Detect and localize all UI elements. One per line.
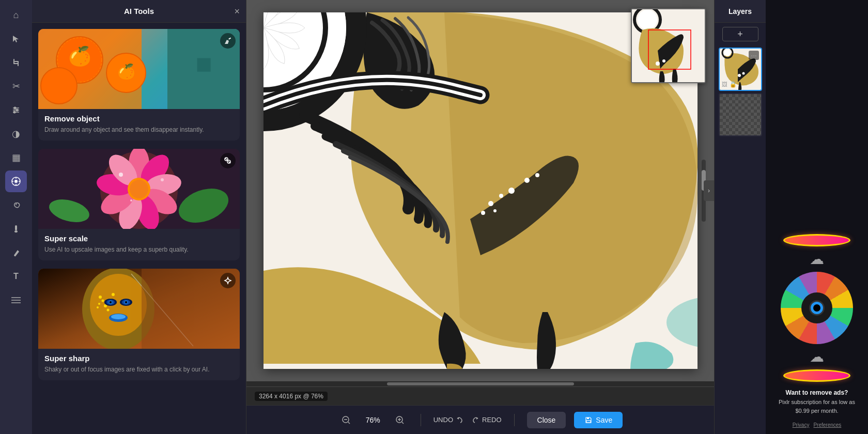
bottom-toolbar: 76% UNDO REDO Close [246, 405, 714, 434]
privacy-link[interactable]: Privacy [793, 422, 810, 428]
svg-point-59 [102, 300, 104, 302]
zoom-out-button[interactable] [338, 412, 354, 428]
svg-point-75 [111, 314, 126, 319]
layer-options-button[interactable]: ··· [749, 51, 759, 60]
ai-tool-super-sharp[interactable]: Super sharp Shaky or out of focus images… [38, 269, 240, 380]
super-sharp-desc: Shaky or out of focus images are fixed w… [44, 365, 234, 374]
canvas-status-bar: 3264 x 4016 px @ 76% [246, 386, 714, 405]
svg-point-112 [742, 72, 745, 75]
preferences-link[interactable]: Preferences [813, 422, 841, 428]
ai-tools-close-button[interactable]: × [234, 7, 240, 16]
super-sharp-info: Super sharp Shaky or out of focus images… [38, 349, 240, 380]
cloud-top: ☁ [810, 251, 824, 268]
redo-button[interactable]: REDO [472, 416, 502, 424]
tool-ai[interactable] [5, 171, 27, 192]
svg-rect-32 [228, 38, 231, 40]
ring-oval-bottom [783, 369, 850, 382]
ai-tool-remove-object[interactable]: 🍊 🍊 ◼ Remove o [38, 29, 240, 141]
ai-tools-content: 🍊 🍊 ◼ Remove o [32, 23, 246, 434]
svg-point-46 [130, 180, 148, 198]
svg-point-114 [724, 49, 731, 56]
tool-adjust[interactable] [5, 99, 27, 121]
ring-oval-top [783, 234, 850, 246]
svg-line-107 [402, 422, 404, 424]
svg-point-65 [112, 293, 115, 296]
svg-rect-108 [587, 417, 589, 419]
collapse-panel-button[interactable]: › [704, 180, 714, 201]
layers-header: Layers [715, 0, 766, 23]
svg-point-92 [481, 211, 485, 215]
ai-tools-header: AI Tools × [32, 0, 246, 23]
ad-text-block: Want to remove ads? Pixlr subscription f… [772, 386, 862, 418]
horizontal-scrollbar[interactable] [246, 381, 714, 386]
svg-point-29 [41, 68, 77, 104]
tool-spiral[interactable] [5, 194, 27, 216]
ad-panel: ☁ ☁ Want to remove ads? Pixlr subscripti… [766, 0, 868, 434]
svg-rect-3 [14, 61, 19, 62]
undo-label: UNDO [433, 416, 453, 424]
remove-object-name: Remove object [44, 114, 234, 123]
ad-ring-bottom [772, 369, 862, 382]
svg-point-57 [90, 274, 147, 336]
svg-point-111 [738, 74, 741, 77]
undo-button[interactable]: UNDO [433, 416, 463, 424]
svg-point-97 [638, 10, 657, 29]
horizontal-scrollbar-thumb[interactable] [387, 382, 574, 385]
layer-icons-bar: 🖼 🔒 [722, 81, 737, 88]
tool-brush[interactable] [5, 218, 27, 240]
ai-tools-panel: AI Tools × 🍊 [32, 0, 246, 434]
spinning-wheel [781, 272, 853, 344]
thumbnail-overlay [631, 8, 706, 83]
tool-crop[interactable] [5, 52, 27, 73]
zoom-in-button[interactable] [392, 412, 408, 428]
canvas-dimensions: 3264 x 4016 px @ 76% [255, 392, 328, 401]
add-layer-button[interactable]: + [722, 27, 758, 41]
cloud-bottom: ☁ [810, 348, 824, 365]
svg-text:◼: ◼ [195, 52, 212, 74]
tool-home[interactable]: ⌂ [5, 4, 27, 26]
ad-links: Privacy Preferences [793, 422, 842, 428]
svg-point-9 [13, 111, 16, 114]
super-scale-desc: Use AI to upscale images and keep a supe… [44, 245, 234, 254]
svg-point-58 [99, 296, 102, 299]
remove-object-desc: Draw around any object and see them disa… [44, 125, 234, 134]
svg-point-11 [14, 180, 18, 183]
ai-tools-title: AI Tools [124, 7, 154, 16]
svg-point-99 [662, 59, 665, 63]
close-button[interactable]: Close [527, 412, 566, 428]
left-toolbar: ⌂ ✂ ◑ ▦ [0, 0, 32, 434]
svg-point-48 [161, 178, 164, 181]
separator-2 [514, 414, 515, 426]
layer-item-2[interactable] [719, 93, 762, 136]
tool-select[interactable] [5, 28, 27, 50]
tool-contrast[interactable]: ◑ [5, 123, 27, 145]
svg-point-93 [493, 209, 497, 212]
tool-grid[interactable]: ▦ [5, 147, 27, 168]
svg-point-49 [130, 199, 132, 202]
layer-item-1[interactable]: ··· 🖼 🔒 [719, 48, 762, 91]
tool-lines[interactable] [5, 289, 27, 311]
tool-paint[interactable] [5, 242, 27, 264]
eye-pupil [809, 300, 825, 316]
svg-rect-109 [586, 421, 591, 423]
svg-point-88 [499, 194, 503, 198]
tool-cut[interactable]: ✂ [5, 75, 27, 97]
ad-eye-wheel [772, 272, 862, 344]
canvas-container[interactable]: ψ ω σ [246, 0, 714, 381]
svg-point-89 [508, 188, 515, 194]
redo-label: REDO [482, 416, 502, 424]
ad-ring-top [772, 234, 862, 246]
svg-point-98 [656, 61, 660, 66]
svg-point-73 [125, 301, 127, 303]
layers-title: Layers [729, 7, 752, 16]
svg-point-5 [14, 107, 17, 110]
save-button[interactable]: Save [574, 412, 623, 428]
ad-title: Want to remove ads? [786, 389, 848, 396]
ad-content: ☁ ☁ Want to remove ads? Pixlr subscripti… [766, 0, 868, 434]
ai-tool-super-scale[interactable]: Super scale Use AI to upscale images and… [38, 149, 240, 260]
svg-point-64 [107, 309, 110, 312]
svg-point-87 [488, 201, 493, 206]
svg-text:🍊: 🍊 [68, 45, 91, 67]
remove-object-info: Remove object Draw around any object and… [38, 109, 240, 141]
tool-text[interactable]: T [5, 266, 27, 287]
